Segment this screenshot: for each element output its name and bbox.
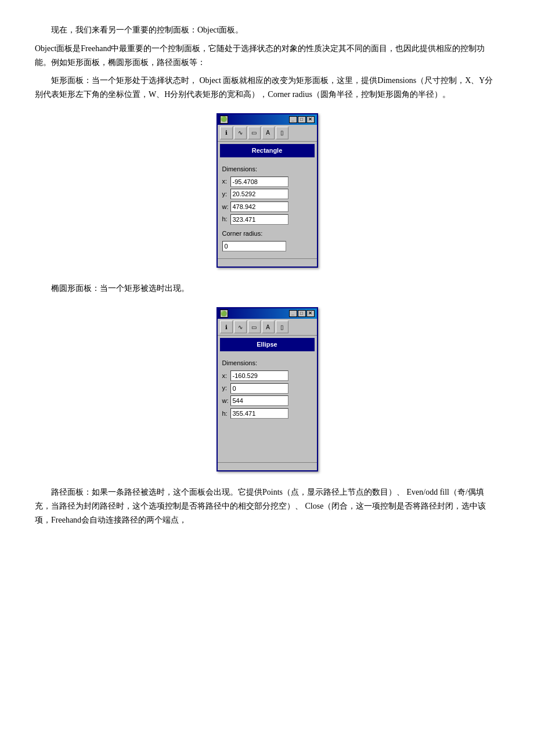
ellipse-y-field-row: y: <box>222 383 312 394</box>
close-button[interactable]: ✕ <box>306 116 315 123</box>
paragraph-3: 矩形面板：当一个矩形处于选择状态时， Object 面板就相应的改变为矩形面板，… <box>35 74 499 102</box>
ellipse-titlebar: 🟢 _ □ ✕ <box>218 308 317 319</box>
minimize-button[interactable]: _ <box>289 116 297 123</box>
titlebar-icon: 🟢 <box>220 116 228 124</box>
ellipse-text-button[interactable]: A <box>262 321 275 333</box>
ellipse-wave-button[interactable]: ∿ <box>234 321 247 333</box>
corner-radius-label: Corner radius: <box>222 228 312 239</box>
text-button[interactable]: A <box>262 127 275 139</box>
ellipse-shape-button[interactable]: ▯ <box>276 321 288 333</box>
h-label: h: <box>222 214 230 225</box>
ellipse-panel-title: Ellipse <box>220 338 315 351</box>
rectangle-titlebar: 🟢 _ □ ✕ <box>218 114 317 125</box>
ellipse-y-input[interactable] <box>230 383 288 394</box>
paragraph-2: Object面板是Freehand中最重要的一个控制面板，它随处于选择状态的对象… <box>35 42 499 70</box>
ellipse-statusbar <box>218 462 317 470</box>
wave-button[interactable]: ∿ <box>234 127 247 139</box>
ellipse-x-input[interactable] <box>230 370 288 381</box>
ellipse-toolbar: ℹ ∿ ▭ A ▯ <box>218 319 317 336</box>
ellipse-titlebar-icon: 🟢 <box>220 309 228 318</box>
ellipse-minimize-button[interactable]: _ <box>289 310 297 317</box>
ellipse-h-input[interactable] <box>230 408 288 419</box>
y-field-row: y: <box>222 189 312 200</box>
h-field-row: h: <box>222 214 312 225</box>
w-label: w: <box>222 201 230 213</box>
ellipse-dimensions-label: Dimensions: <box>222 358 312 369</box>
ellipse-info-button[interactable]: ℹ <box>220 321 233 333</box>
rectangle-panel-title: Rectangle <box>220 144 315 157</box>
dimensions-label: Dimensions: <box>222 164 312 175</box>
ellipse-h-label: h: <box>222 408 230 419</box>
rectangle-toolbar: ℹ ∿ ▭ A ▯ <box>218 125 317 142</box>
ellipse-w-field-row: w: <box>222 395 312 406</box>
maximize-button[interactable]: □ <box>298 116 306 123</box>
w-input[interactable] <box>230 201 288 212</box>
ellipse-close-button[interactable]: ✕ <box>306 310 315 317</box>
paragraph-5: 路径面板：如果一条路径被选时，这个面板会出现。它提供Points（点，显示路径上… <box>35 485 499 527</box>
title-buttons: _ □ ✕ <box>289 116 315 123</box>
x-input[interactable] <box>230 177 288 187</box>
ellipse-title-buttons: _ □ ✕ <box>289 310 315 317</box>
ellipse-y-label: y: <box>222 383 230 394</box>
ellipse-dialog: 🟢 _ □ ✕ ℹ ∿ ▭ A ▯ Ellipse Dimensions: x:… <box>217 307 318 471</box>
paragraph-1: 现在，我们来看另一个重要的控制面板：Object面板。 <box>35 23 499 37</box>
h-input[interactable] <box>230 214 288 225</box>
ellipse-x-field-row: x: <box>222 370 312 381</box>
y-label: y: <box>222 189 230 200</box>
rect-button[interactable]: ▭ <box>248 127 261 139</box>
y-input[interactable] <box>230 189 288 199</box>
ellipse-panel-container: 🟢 _ □ ✕ ℹ ∿ ▭ A ▯ Ellipse Dimensions: x:… <box>35 307 499 471</box>
rectangle-panel-container: 🟢 _ □ ✕ ℹ ∿ ▭ A ▯ Rectangle Dimensions: … <box>35 113 499 268</box>
ellipse-w-label: w: <box>222 395 230 406</box>
ellipse-panel-body: Dimensions: x: y: w: h: <box>218 354 317 460</box>
x-label: x: <box>222 176 230 187</box>
ellipse-x-label: x: <box>222 370 230 381</box>
rectangle-dialog: 🟢 _ □ ✕ ℹ ∿ ▭ A ▯ Rectangle Dimensions: … <box>217 113 318 268</box>
info-button[interactable]: ℹ <box>220 127 233 139</box>
rectangle-statusbar <box>218 258 317 267</box>
ellipse-h-field-row: h: <box>222 408 312 419</box>
x-field-row: x: <box>222 176 312 187</box>
ellipse-rect-button[interactable]: ▭ <box>248 321 261 333</box>
ellipse-maximize-button[interactable]: □ <box>298 310 306 317</box>
ellipse-w-input[interactable] <box>230 395 288 406</box>
corner-radius-input[interactable] <box>222 241 286 251</box>
rectangle-panel-body: Dimensions: x: y: w: h: Corner radius: <box>218 160 317 257</box>
w-field-row: w: <box>222 201 312 213</box>
shape-button[interactable]: ▯ <box>276 127 288 139</box>
paragraph-4: 椭圆形面板：当一个矩形被选时出现。 <box>35 282 499 296</box>
